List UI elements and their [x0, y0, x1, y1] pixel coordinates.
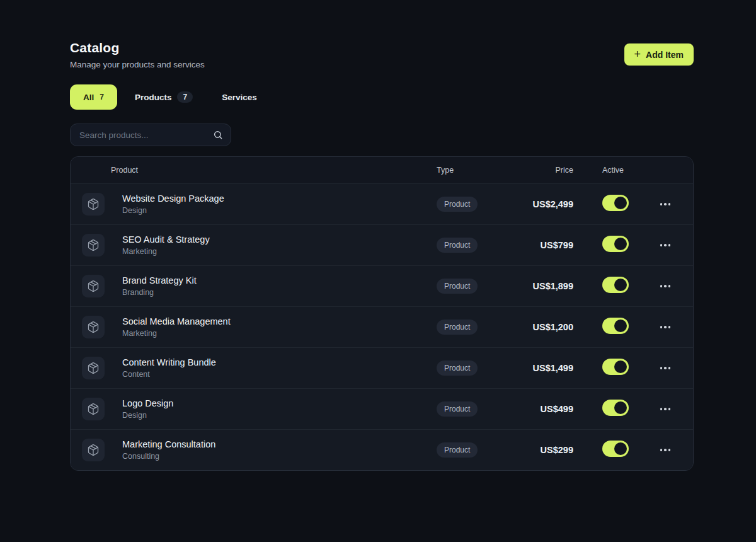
- product-name: Marketing Consultation: [122, 439, 215, 449]
- row-menu-button[interactable]: [656, 362, 675, 374]
- type-badge: Product: [437, 401, 478, 417]
- product-name: Content Writing Bundle: [122, 357, 216, 367]
- package-icon: [87, 403, 100, 415]
- column-header-type: Type: [437, 166, 518, 175]
- catalog-page: Catalog Manage your products and service…: [70, 0, 694, 471]
- package-icon: [87, 362, 100, 374]
- type-badge: Product: [437, 320, 478, 335]
- product-category: Design: [122, 206, 224, 215]
- column-header-price: Price: [518, 166, 573, 175]
- product-category: Design: [122, 411, 173, 420]
- add-item-button[interactable]: + Add Item: [624, 43, 694, 66]
- product-icon-box: [82, 193, 105, 216]
- search-box: [70, 124, 231, 146]
- active-toggle[interactable]: [602, 400, 629, 416]
- product-cell: SEO Audit & Strategy Marketing: [82, 234, 437, 257]
- package-icon: [87, 198, 100, 210]
- page-title-block: Catalog Manage your products and service…: [70, 40, 205, 69]
- tab-all[interactable]: All 7: [70, 84, 117, 110]
- search-input[interactable]: [79, 130, 213, 140]
- toggle-knob: [614, 442, 627, 455]
- product-category: Consulting: [122, 452, 215, 461]
- row-menu-button[interactable]: [656, 280, 675, 292]
- tabs: All 7 Products 7 Services: [70, 84, 694, 110]
- column-header-product: Product: [82, 166, 437, 175]
- row-menu-button[interactable]: [656, 239, 675, 251]
- tab-count-badge: 7: [100, 93, 104, 101]
- price-value: US$1,200: [533, 322, 574, 332]
- products-table: Product Type Price Active Website Design…: [70, 156, 694, 471]
- tab-label: Products: [135, 93, 172, 102]
- product-cell: Social Media Management Marketing: [82, 316, 437, 338]
- ellipsis-icon: [660, 203, 663, 205]
- product-icon-box: [82, 275, 105, 297]
- product-cell: Brand Strategy Kit Branding: [82, 275, 437, 297]
- ellipsis-icon: [660, 244, 663, 246]
- active-toggle[interactable]: [602, 318, 629, 334]
- table-row: Brand Strategy Kit Branding Product US$1…: [71, 265, 693, 306]
- row-menu-button[interactable]: [656, 198, 675, 210]
- toggle-knob: [614, 401, 627, 414]
- product-name: Logo Design: [122, 398, 173, 408]
- product-name: Social Media Management: [122, 316, 231, 326]
- page-header: Catalog Manage your products and service…: [70, 40, 694, 69]
- price-value: US$499: [541, 404, 573, 414]
- page-title: Catalog: [70, 40, 205, 55]
- tab-count-badge: 7: [177, 91, 193, 103]
- product-icon-box: [82, 234, 105, 257]
- product-name: Brand Strategy Kit: [122, 275, 197, 285]
- table-body: Website Design Package Design Product US…: [71, 183, 693, 470]
- tab-services[interactable]: Services: [210, 84, 268, 110]
- product-name: SEO Audit & Strategy: [122, 234, 210, 245]
- active-toggle[interactable]: [602, 236, 629, 252]
- table-row: Marketing Consultation Consulting Produc…: [71, 429, 693, 470]
- add-item-label: Add Item: [646, 50, 684, 60]
- type-badge: Product: [437, 197, 478, 212]
- ellipsis-icon: [660, 326, 663, 328]
- toggle-knob: [614, 360, 627, 373]
- product-cell: Website Design Package Design: [82, 193, 437, 216]
- table-row: Content Writing Bundle Content Product U…: [71, 347, 693, 388]
- toggle-knob: [614, 238, 627, 250]
- product-cell: Logo Design Design: [82, 398, 437, 420]
- row-menu-button[interactable]: [656, 444, 675, 456]
- product-icon-box: [82, 398, 105, 420]
- package-icon: [87, 444, 100, 456]
- ellipsis-icon: [660, 285, 663, 287]
- type-badge: Product: [437, 360, 478, 376]
- column-header-active: Active: [573, 166, 643, 175]
- package-icon: [87, 280, 100, 292]
- table-row: SEO Audit & Strategy Marketing Product U…: [71, 224, 693, 265]
- plus-icon: +: [634, 49, 641, 60]
- active-toggle[interactable]: [602, 277, 629, 293]
- product-icon-box: [82, 316, 105, 338]
- page-subtitle: Manage your products and services: [70, 60, 205, 69]
- row-menu-button[interactable]: [656, 403, 675, 415]
- product-icon-box: [82, 357, 105, 379]
- price-value: US$799: [541, 240, 573, 250]
- product-category: Marketing: [122, 329, 231, 338]
- tab-label: All: [83, 93, 94, 102]
- type-badge: Product: [437, 442, 478, 458]
- search-icon[interactable]: [213, 130, 223, 140]
- table-row: Social Media Management Marketing Produc…: [71, 306, 693, 347]
- tab-products[interactable]: Products 7: [123, 84, 204, 110]
- active-toggle[interactable]: [602, 195, 629, 211]
- product-category: Branding: [122, 288, 197, 297]
- product-category: Marketing: [122, 247, 210, 256]
- ellipsis-icon: [660, 449, 663, 451]
- active-toggle[interactable]: [602, 359, 629, 375]
- row-menu-button[interactable]: [656, 321, 675, 333]
- package-icon: [87, 321, 100, 333]
- product-icon-box: [82, 439, 105, 461]
- product-cell: Marketing Consultation Consulting: [82, 439, 437, 461]
- price-value: US$299: [541, 445, 573, 455]
- ellipsis-icon: [660, 367, 663, 369]
- price-value: US$2,499: [533, 199, 574, 209]
- product-cell: Content Writing Bundle Content: [82, 357, 437, 379]
- price-value: US$1,499: [533, 363, 574, 373]
- package-icon: [87, 239, 100, 251]
- table-row: Website Design Package Design Product US…: [71, 183, 693, 224]
- tab-label: Services: [222, 93, 257, 102]
- active-toggle[interactable]: [602, 441, 629, 457]
